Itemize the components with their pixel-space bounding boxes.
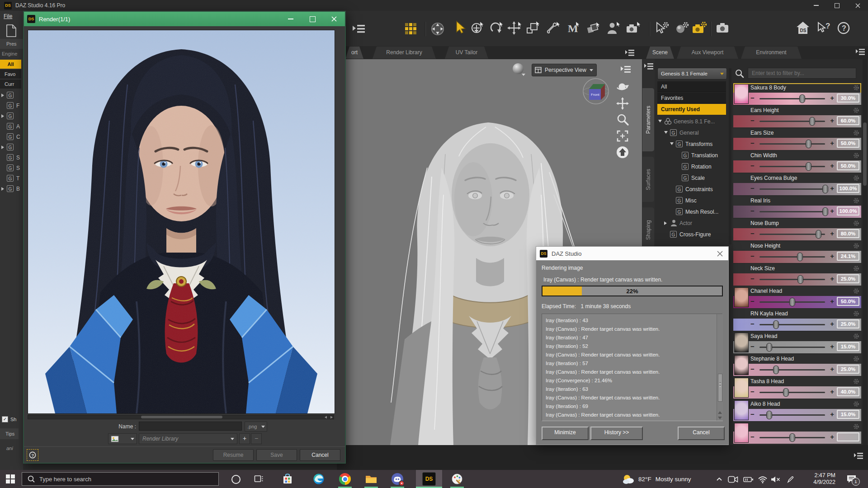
left-tree-item[interactable]: GB [0,184,23,194]
param-slider-row[interactable]: −+100.0% [733,183,861,195]
gear-icon[interactable] [853,175,859,181]
daz-home-icon[interactable]: DS [796,21,811,35]
slider-decrement[interactable]: − [750,365,755,373]
render-cancel-button[interactable]: Cancel [300,449,340,461]
render-log[interactable]: Iray (Iteration) : 43Iray (Canvas) : Ren… [542,314,723,421]
new-document-icon[interactable] [6,24,17,37]
gear-icon[interactable] [853,288,859,294]
param-slider-row[interactable]: −+15.0% [733,409,861,421]
scene-tree-item[interactable]: GMesh Resol... [657,206,730,218]
slider-handle[interactable] [799,94,805,103]
side-tab-shaping[interactable]: Shaping [642,207,654,253]
slider-decrement[interactable]: − [750,275,755,282]
scrollbar-thumb[interactable] [141,416,222,418]
slider-track[interactable] [760,369,825,371]
side-tab-parameters[interactable]: Parameters [642,88,654,151]
taskbar-clock[interactable]: 2:47 PM 4/9/2022 [798,472,835,486]
gear-icon[interactable] [853,356,859,362]
scrollbar-thumb[interactable] [718,374,722,402]
gear-icon[interactable] [853,130,859,136]
slider-decrement[interactable]: − [750,94,755,102]
scene-filter-currently-used[interactable]: Currently Used [657,104,726,115]
node-selection-tool-icon[interactable] [454,21,467,35]
param-slider-card[interactable]: Chin Width−+50.0% [733,151,861,173]
side-tab-surfaces[interactable]: Surfaces [642,157,654,202]
slider-increment[interactable]: + [830,343,834,350]
tree-expand-icon[interactable] [664,221,667,225]
param-slider-row[interactable]: −+50.0% [733,160,861,173]
tab-scene[interactable]: Scene [646,47,674,59]
param-slider-card[interactable]: Nose Height−+24.1% [733,241,861,263]
gear-icon[interactable] [853,310,859,317]
start-button[interactable] [6,474,15,483]
param-slider-row[interactable]: −+ [733,432,861,444]
slider-handle[interactable] [816,230,821,239]
slider-decrement[interactable]: − [750,252,755,260]
param-slider-card[interactable]: Ears Size−+50.0% [733,128,861,150]
scene-tree-item[interactable]: Genesis 8.1 Fe... [657,116,730,127]
scene-tree-item[interactable]: GTranslation [657,150,730,161]
cancel-dialog-button[interactable]: Cancel [678,427,725,440]
scene-tree-item[interactable]: GCross-Figure [657,229,730,240]
gear-icon[interactable] [853,265,859,272]
scene-tree-item[interactable]: GGeneral [657,127,730,139]
camera-view-selector[interactable]: Perspective View [532,64,597,76]
param-slider-row[interactable]: −+40.0% [733,386,861,399]
context-help-icon[interactable]: ? [816,21,832,35]
scene-tree-item[interactable]: GScale [657,173,730,184]
slider-increment[interactable]: + [830,184,834,192]
surface-selection-tool-icon[interactable]: M [566,21,581,36]
scene-filter-all[interactable]: All [657,81,726,92]
left-tree-item[interactable]: GA [0,122,23,132]
left-tree-item[interactable]: GS [0,163,23,174]
render-close-button[interactable] [323,14,345,24]
param-slider-card[interactable]: Tasha 8 Head−+40.0% [733,377,861,399]
param-slider-row[interactable]: −+80.0% [733,228,861,240]
store-icon[interactable] [282,473,293,485]
gear-icon[interactable] [853,333,859,339]
render-window-titlebar[interactable]: DS Render(1/1) [24,12,345,26]
slider-decrement[interactable]: − [750,410,755,418]
param-slider-card[interactable]: Eyes Cornea Bulge−+100.0% [733,174,861,195]
pen-icon[interactable] [787,475,795,483]
filter-favorites[interactable]: Favo [0,70,21,79]
pane-menu-icon[interactable] [352,23,366,34]
gear-icon[interactable] [853,197,859,204]
left-tree-item[interactable]: GS [0,153,23,163]
slider-increment[interactable]: + [830,162,834,169]
viewport-pane-menu-icon[interactable] [625,49,635,57]
filter-current[interactable]: Curr [0,80,21,89]
tree-expand-icon[interactable] [1,114,4,118]
action-center-icon[interactable]: 1 [846,474,857,484]
slider-decrement[interactable]: − [750,388,755,395]
slider-increment[interactable]: + [830,433,834,441]
slider-handle[interactable] [789,433,795,442]
slider-handle[interactable] [783,388,789,397]
slider-increment[interactable]: + [830,207,834,215]
slider-handle[interactable] [773,320,779,329]
render-library-dropdown[interactable]: Render Library [139,433,237,444]
slider-track[interactable] [760,301,825,303]
param-slider-card[interactable]: Sakura 8 Body−+30.0% [733,83,861,105]
orbit-tool-icon[interactable] [470,21,486,36]
minimize-button[interactable] [806,0,826,11]
tool-settings-icon[interactable] [655,21,670,36]
slider-increment[interactable]: + [830,320,834,328]
log-scrollbar[interactable] [717,314,723,421]
tab-aux-viewport[interactable]: Aux Viewport [677,47,738,59]
slider-track[interactable] [760,166,825,167]
slider-increment[interactable]: + [830,139,834,147]
slider-handle[interactable] [766,411,772,419]
viewport-nav-icon[interactable] [430,22,445,36]
history-button[interactable]: History >> [590,427,643,440]
gear-icon[interactable] [853,152,859,159]
taskbar-search[interactable]: Type here to search [22,472,219,486]
slider-handle[interactable] [773,366,779,374]
gear-icon[interactable] [853,423,859,430]
slider-increment[interactable]: + [830,388,834,395]
slider-decrement[interactable]: − [750,139,755,147]
rotate-tool-icon[interactable] [489,21,505,36]
chrome-icon[interactable] [339,473,351,485]
slider-increment[interactable]: + [830,230,834,237]
left-tree-item[interactable]: GT [0,174,23,184]
